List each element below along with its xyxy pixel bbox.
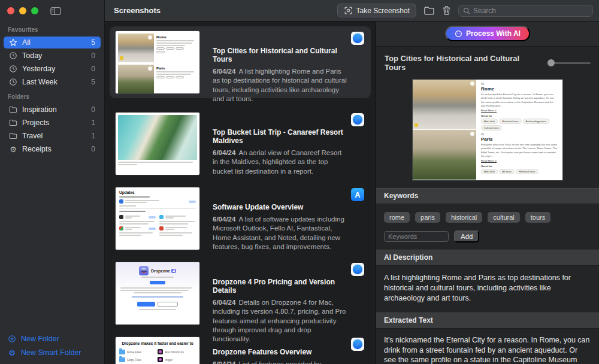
dropzone-app-icon [139, 266, 149, 275]
folders-section-label: Folders [0, 89, 104, 103]
sidebar-item-today[interactable]: Today 0 [4, 50, 101, 62]
item-count: 0 [91, 105, 95, 114]
preview-paris-text: Everyone who visits Paris for the first … [481, 143, 558, 159]
close-window-button[interactable] [7, 7, 14, 14]
thumbnail-rome-paris: Rome Paris [116, 31, 199, 93]
sidebar-item-inspiration[interactable]: Inspiration 0 [4, 104, 101, 116]
ai-description-header: AI Description [376, 250, 599, 266]
app-window: Favourites All 5 Today 0 Yesterday 0 [0, 0, 599, 364]
favourites-section-label: Favourites [0, 22, 104, 36]
folder-icon[interactable] [423, 5, 435, 16]
item-count: 0 [91, 145, 95, 153]
list-item[interactable]: Top Bucket List Trip - Canareef Resort M… [110, 108, 371, 180]
preview-pill: After dark [481, 119, 498, 124]
search-field[interactable] [458, 5, 593, 17]
sidebar-item-projects[interactable]: Projects 1 [4, 117, 101, 129]
list-item[interactable]: Dropzone4 Dropzo [110, 257, 371, 329]
item-title: Software Update Overview [213, 203, 347, 211]
toolbar: Screenshots Take Screenshot [105, 0, 599, 22]
item-count: 0 [91, 51, 95, 60]
sidebar-item-label: All [22, 38, 31, 47]
keyword-tag[interactable]: paris [415, 212, 440, 223]
new-folder-button[interactable]: New Folder [8, 335, 96, 343]
preview-great-for: Great for [481, 114, 558, 117]
folder-icon [9, 105, 17, 114]
item-count: 0 [91, 65, 95, 73]
app-store-icon: A [351, 188, 364, 201]
sidebar-item-all[interactable]: All 5 [4, 37, 101, 48]
preview-pill: Historical tours [516, 169, 539, 174]
thumb-updates-title: Updates [119, 190, 196, 195]
sidebar-item-last-week[interactable]: Last Week 5 [4, 76, 101, 88]
minimize-window-button[interactable] [19, 7, 26, 14]
thumbnail-dropzone4: Dropzone4 [116, 262, 199, 324]
item-count: 5 [91, 78, 95, 86]
slider-knob[interactable] [547, 59, 555, 66]
keyword-tag[interactable]: cultural [488, 212, 519, 223]
ai-description-text: A list highlighting Rome and Paris as to… [376, 266, 599, 313]
thumbnail-maldives [116, 113, 199, 175]
sidebar-item-label: Last Week [22, 78, 58, 86]
thumb-feature-label: Copy Files [127, 358, 141, 362]
ai-face-icon [455, 30, 462, 38]
keyword-tag[interactable]: rome [384, 212, 410, 223]
sidebar-item-receipts[interactable]: ⚙ Receipts 0 [4, 143, 101, 155]
titlebar [0, 0, 104, 22]
preview-great-for: Great for [481, 165, 558, 168]
new-smart-folder-button[interactable]: ⚙ New Smart Folder [8, 348, 96, 357]
item-count: 5 [91, 38, 95, 47]
sidebar-item-label: Projects [22, 119, 49, 127]
preview-paris-name: Paris [481, 136, 558, 142]
item-date: 6/04/24 [213, 149, 235, 156]
sidebar-item-yesterday[interactable]: Yesterday 0 [4, 63, 101, 75]
item-count: 1 [91, 119, 95, 127]
item-date: 6/04/24 [213, 216, 235, 223]
detail-title: Top Cities for Historical and Cultural T… [385, 54, 541, 72]
sidebar-item-travel[interactable]: Travel 1 [4, 130, 101, 142]
item-count: 1 [91, 132, 95, 140]
keyword-tag[interactable]: historical [446, 212, 482, 223]
detail-title-row: Top Cities for Historical and Cultural T… [376, 47, 599, 77]
clock-icon [9, 65, 17, 73]
sidebar: Favourites All 5 Today 0 Yesterday 0 [0, 0, 105, 364]
item-date: 6/04/24 [213, 299, 235, 306]
new-smart-folder-label: New Smart Folder [21, 348, 81, 357]
main-area: Screenshots Take Screenshot [105, 0, 599, 364]
keywords-body: rome paris historical cultural tours Add [376, 204, 599, 250]
keyword-tag[interactable]: tours [525, 212, 550, 223]
process-row: Process With AI [376, 22, 599, 47]
heart-badge [470, 81, 474, 86]
svg-text:A: A [355, 190, 360, 199]
preview-rome-text: It's nicknamed the Eternal City for a re… [481, 93, 558, 108]
list-item[interactable]: Dropzone makes it faster and easier to M… [110, 332, 371, 364]
thumb-rome-label: Rome [156, 35, 197, 39]
screenshot-preview[interactable]: 05. Rome It's nicknamed the Eternal City… [413, 80, 562, 180]
keyword-input[interactable] [384, 231, 449, 242]
preview-pill: Archaeology tours [523, 119, 549, 124]
plus-circle-icon [8, 335, 16, 343]
folder-icon [9, 119, 17, 127]
list-item[interactable]: Updates [110, 183, 371, 254]
preview-pill: Historical tours [499, 119, 522, 124]
zoom-window-button[interactable] [31, 7, 38, 14]
clock-icon [9, 78, 17, 86]
search-input[interactable] [473, 7, 588, 15]
take-screenshot-button[interactable]: Take Screenshot [337, 4, 416, 17]
screenshot-list: Rome Paris [105, 22, 376, 364]
item-title: Top Bucket List Trip - Canareef Resort M… [213, 128, 347, 145]
process-with-ai-button[interactable]: Process With AI [445, 26, 530, 41]
trash-icon[interactable] [442, 5, 451, 16]
preview-rome-name: Rome [481, 86, 558, 92]
zoom-slider[interactable] [547, 59, 591, 67]
preview-wrap: 05. Rome It's nicknamed the Eternal City… [376, 77, 599, 188]
add-keyword-button[interactable]: Add [454, 230, 479, 242]
list-item[interactable]: Rome Paris [110, 26, 371, 98]
item-title: Dropzone Features Overview [213, 348, 347, 356]
safari-icon [351, 338, 364, 351]
sidebar-item-label: Inspiration [22, 105, 57, 114]
preview-rome-number: 05. [481, 83, 558, 86]
heart-badge [148, 35, 152, 40]
sidebar-item-label: Travel [22, 132, 43, 140]
sidebar-item-label: Yesterday [22, 65, 55, 73]
sidebar-toggle-icon[interactable] [50, 7, 61, 16]
